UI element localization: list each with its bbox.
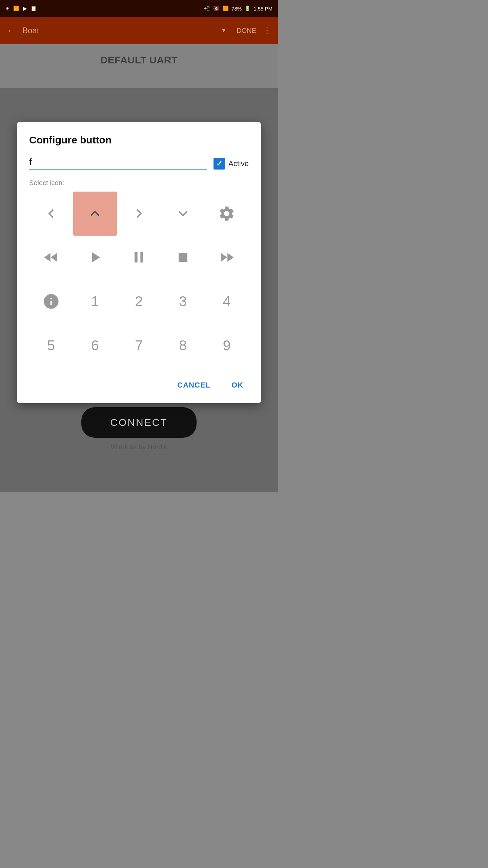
icon-gear[interactable] <box>205 192 249 236</box>
more-button[interactable]: ⋮ <box>263 26 271 35</box>
wireless-label: Wireless by Nordic <box>111 443 167 451</box>
active-label: Active <box>228 159 249 168</box>
icon-chevron-up[interactable] <box>73 192 117 236</box>
num-8-label: 8 <box>179 338 187 353</box>
mute-icon: 🔇 <box>213 5 220 12</box>
media-icon: ▶ <box>23 5 27 12</box>
icon-num-5[interactable]: 5 <box>29 323 73 368</box>
checkmark-icon: ✓ <box>216 159 222 168</box>
icon-num-1[interactable]: 1 <box>73 279 117 323</box>
icon-num-6[interactable]: 6 <box>73 323 117 368</box>
num-7-label: 7 <box>135 338 143 353</box>
icon-grid: 1 2 3 4 5 6 7 <box>29 192 249 367</box>
num-4-label: 4 <box>223 294 231 309</box>
dialog-buttons: CANCEL OK <box>29 377 249 393</box>
icon-num-3[interactable]: 3 <box>161 279 205 323</box>
active-checkbox[interactable]: ✓ <box>214 158 225 170</box>
status-bar: ⊞ 📶 ▶ 📋 📲 🔇 📶 78% 🔋 1:55 PM <box>0 0 278 17</box>
icon-chevron-right[interactable] <box>117 192 161 236</box>
dialog-backdrop: Configure button ✓ Active Select icon: <box>0 88 278 492</box>
status-icons: ⊞ 📶 ▶ 📋 <box>5 5 37 12</box>
connect-button[interactable]: CONNECT <box>81 407 197 438</box>
icon-rewind[interactable] <box>29 236 73 280</box>
clipboard-icon: 📋 <box>30 5 37 12</box>
button-name-input[interactable] <box>29 157 207 167</box>
icon-info[interactable] <box>29 279 73 323</box>
background-content: DEFAULT UART UART Configure button ✓ Act… <box>0 44 278 492</box>
num-5-label: 5 <box>47 338 55 353</box>
text-input-wrap <box>29 157 207 170</box>
icon-play[interactable] <box>73 236 117 280</box>
status-right: 📲 🔇 📶 78% 🔋 1:55 PM <box>204 5 272 12</box>
icon-chevron-left[interactable] <box>29 192 73 236</box>
num-3-label: 3 <box>179 294 187 309</box>
input-row: ✓ Active <box>29 157 249 170</box>
num-9-label: 9 <box>223 338 231 353</box>
configure-button-dialog: Configure button ✓ Active Select icon: <box>17 122 261 403</box>
done-button[interactable]: DONE <box>237 27 256 35</box>
icon-fast-forward[interactable] <box>205 236 249 280</box>
screen-icon: ⊞ <box>5 5 10 12</box>
icon-num-2[interactable]: 2 <box>117 279 161 323</box>
time-display: 1:55 PM <box>253 6 272 12</box>
num-2-label: 2 <box>135 294 143 309</box>
ok-button[interactable]: OK <box>226 377 249 393</box>
dialog-title: Configure button <box>29 134 249 146</box>
nav-bar: ← Boat ▼ DONE ⋮ <box>0 17 278 44</box>
icon-num-9[interactable]: 9 <box>205 323 249 368</box>
icon-num-8[interactable]: 8 <box>161 323 205 368</box>
icon-chevron-down[interactable] <box>161 192 205 236</box>
num-1-label: 1 <box>91 294 99 309</box>
active-checkbox-wrap: ✓ Active <box>214 158 249 170</box>
icon-num-4[interactable]: 4 <box>205 279 249 323</box>
dropdown-icon[interactable]: ▼ <box>221 27 226 34</box>
select-icon-label: Select icon: <box>29 179 249 187</box>
num-6-label: 6 <box>91 338 99 353</box>
battery-icon: 🔋 <box>244 5 251 12</box>
icon-num-7[interactable]: 7 <box>117 323 161 368</box>
battery-percent: 78% <box>231 6 242 12</box>
connect-section: CONNECT Wireless by Nordic <box>0 407 278 451</box>
wifi-icon: 📶 <box>13 5 20 12</box>
cancel-button[interactable]: CANCEL <box>172 377 216 393</box>
icon-pause[interactable] <box>117 236 161 280</box>
nav-title: Boat <box>22 26 221 35</box>
icon-stop[interactable] <box>161 236 205 280</box>
bluetooth-icon: 📲 <box>204 5 210 12</box>
back-button[interactable]: ← <box>7 25 16 36</box>
signal-icon: 📶 <box>222 5 229 12</box>
